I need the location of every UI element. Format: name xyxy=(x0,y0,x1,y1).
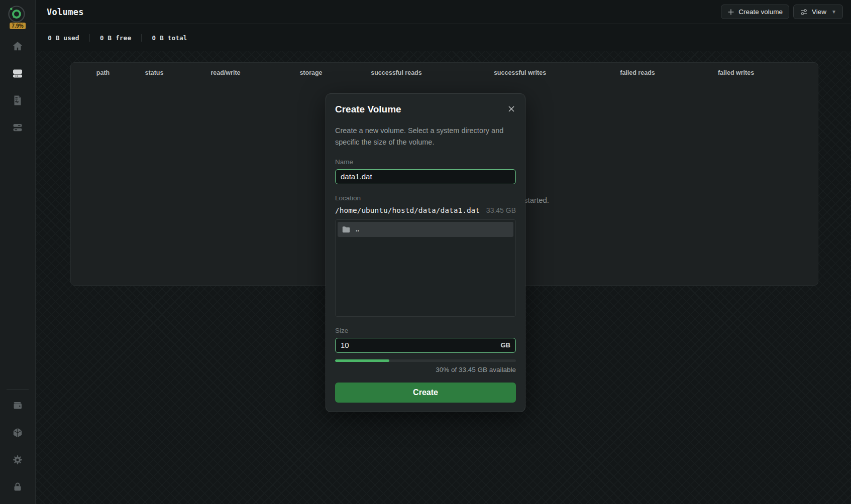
location-path: /home/ubuntu/hostd/data/data1.dat xyxy=(335,206,480,214)
directory-up-label: .. xyxy=(356,225,359,233)
view-button[interactable]: View ▼ xyxy=(793,5,843,19)
directory-up-row[interactable]: .. xyxy=(338,222,513,237)
create-volume-button-label: Create volume xyxy=(738,8,783,16)
folder-icon xyxy=(342,225,351,234)
directory-browser: .. xyxy=(335,219,516,317)
sidebar-divider xyxy=(7,389,29,390)
app-logo[interactable]: 7.9% xyxy=(8,5,28,29)
location-available-size: 33.45 GB xyxy=(486,206,516,214)
sidebar-item-home[interactable] xyxy=(12,40,24,52)
sidebar-nav xyxy=(12,40,24,134)
size-field-wrap: GB xyxy=(335,338,516,353)
size-label: Size xyxy=(335,327,516,334)
volumes-icon xyxy=(12,67,24,79)
column-header-failed-writes: failed writes xyxy=(684,69,788,76)
location-row: /home/ubuntu/hostd/data/data1.dat 33.45 … xyxy=(335,206,516,214)
column-header-status: status xyxy=(135,69,173,76)
storage-stats-bar: 0 B used 0 B free 0 B total xyxy=(36,25,851,51)
stat-used: 0 B used xyxy=(48,34,79,42)
capacity-progress-track xyxy=(335,359,516,362)
dialog-title: Create Volume xyxy=(335,104,401,115)
config-icon xyxy=(12,121,24,134)
close-button[interactable] xyxy=(507,104,516,113)
plus-icon xyxy=(727,9,734,16)
contracts-icon xyxy=(12,94,24,106)
sync-percent-badge: 7.9% xyxy=(10,23,26,29)
sidebar-item-contracts[interactable] xyxy=(12,94,24,106)
capacity-progress-fill xyxy=(335,359,389,362)
sliders-icon xyxy=(800,8,808,16)
size-unit-label: GB xyxy=(501,341,511,349)
create-volume-dialog: Create Volume Create a new volume. Selec… xyxy=(326,93,525,412)
column-header-read-write: read/write xyxy=(173,69,278,76)
availability-text: 30% of 33.45 GB available xyxy=(335,366,516,373)
sidebar: 7.9% xyxy=(0,0,36,504)
lock-icon xyxy=(12,481,24,493)
stat-free: 0 B free xyxy=(100,34,132,42)
column-header-successful-reads: successful reads xyxy=(344,69,449,76)
create-volume-button[interactable]: Create volume xyxy=(721,5,789,19)
sidebar-item-volumes[interactable] xyxy=(12,67,24,79)
topbar-actions: Create volume View ▼ xyxy=(721,5,843,19)
sia-logo-icon xyxy=(8,5,26,23)
sidebar-item-wallet[interactable] xyxy=(12,400,24,412)
stat-total: 0 B total xyxy=(152,34,187,42)
sidebar-item-node[interactable] xyxy=(12,427,24,439)
dialog-description: Create a new volume. Select a system dir… xyxy=(335,125,506,148)
sidebar-item-settings[interactable] xyxy=(12,454,24,466)
stat-divider xyxy=(89,34,90,42)
hostd-app: 7.9% xyxy=(0,0,851,504)
wallet-icon xyxy=(12,400,24,412)
chevron-down-icon: ▼ xyxy=(831,9,836,15)
sidebar-nav-bottom xyxy=(12,400,24,493)
dialog-header: Create Volume xyxy=(335,104,516,115)
topbar: Volumes Create volume View ▼ xyxy=(36,0,851,24)
name-input[interactable] xyxy=(341,172,510,181)
sidebar-item-lock[interactable] xyxy=(12,481,24,493)
name-label: Name xyxy=(335,158,516,166)
settings-icon xyxy=(12,454,24,466)
view-button-label: View xyxy=(812,8,826,16)
sidebar-item-configuration[interactable] xyxy=(12,121,24,134)
close-icon xyxy=(507,104,516,113)
column-header-failed-reads: failed reads xyxy=(591,69,684,76)
create-button[interactable]: Create xyxy=(335,383,516,403)
column-header-successful-writes: successful writes xyxy=(449,69,591,76)
column-header-storage: storage xyxy=(278,69,344,76)
column-header-path: path xyxy=(71,69,135,76)
location-label: Location xyxy=(335,194,516,202)
page-title: Volumes xyxy=(47,7,84,17)
name-field-wrap xyxy=(335,169,516,184)
stat-divider xyxy=(141,34,142,42)
node-icon xyxy=(12,427,24,439)
size-input[interactable] xyxy=(341,341,497,349)
home-icon xyxy=(12,40,24,52)
volumes-table-header: path status read/write storage successfu… xyxy=(71,63,818,83)
